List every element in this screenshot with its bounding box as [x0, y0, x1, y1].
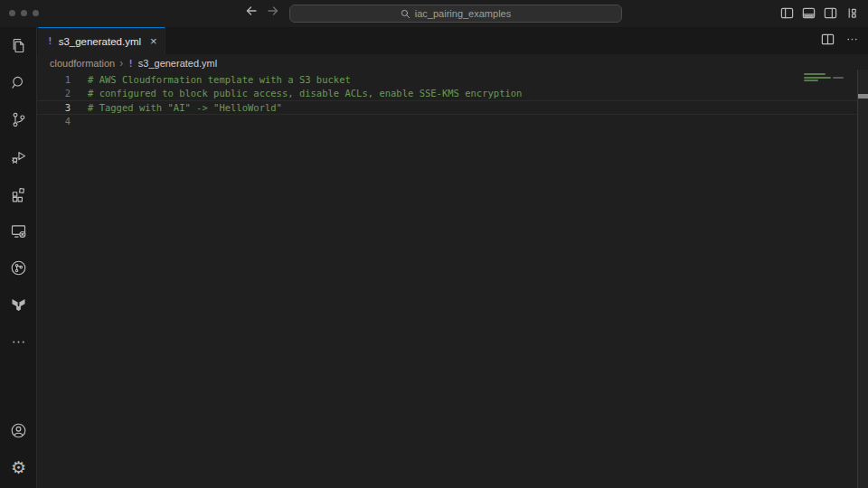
yaml-file-icon: ! — [127, 58, 134, 70]
customize-layout-button[interactable] — [845, 6, 859, 23]
maximize-window-button[interactable] — [33, 10, 39, 16]
minimize-window-button[interactable] — [21, 10, 27, 16]
ellipsis-icon — [845, 33, 859, 46]
panel-left-icon — [780, 6, 794, 20]
overview-ruler-cursor-marker — [858, 94, 868, 99]
window-controls[interactable] — [9, 10, 39, 16]
editor-group: ! s3_generated.yml × — [37, 27, 868, 488]
line-code: # Tagged with "AI" -> "HelloWorld" — [88, 102, 282, 113]
layout-customize-icon — [845, 6, 859, 20]
search-icon — [401, 9, 410, 19]
ellipsis-icon — [9, 333, 28, 352]
toggle-secondary-sidebar-button[interactable] — [824, 6, 837, 23]
forward-button[interactable] — [266, 4, 280, 18]
gear-icon: ⚙ — [11, 459, 26, 476]
sidebar-item-terraform[interactable] — [0, 286, 37, 324]
extensions-icon — [9, 184, 28, 203]
close-tab-button[interactable]: × — [150, 35, 157, 47]
sidebar-item-explorer[interactable] — [0, 27, 37, 64]
command-center-search[interactable]: iac_pairing_examples — [289, 5, 622, 23]
panel-right-icon — [824, 6, 837, 20]
activity-bar: ⚙ — [0, 27, 37, 488]
split-editor-icon — [821, 33, 835, 46]
arrow-right-icon — [266, 4, 280, 18]
split-editor-button[interactable] — [821, 33, 835, 50]
settings-button[interactable]: ⚙ — [0, 449, 37, 486]
code-editor[interactable]: 1 # AWS Cloudformation template with a S… — [37, 72, 868, 488]
line-code: # configured to block public access, dis… — [88, 88, 522, 99]
back-button[interactable] — [244, 4, 259, 18]
title-bar: iac_pairing_examples — [0, 0, 868, 27]
terraform-icon — [9, 296, 28, 314]
toggle-panel-button[interactable] — [802, 6, 816, 23]
line-number: 1 — [37, 74, 71, 85]
code-lines: 1 # AWS Cloudformation template with a S… — [37, 72, 857, 128]
line-number: 4 — [37, 116, 71, 127]
tab-label: s3_generated.yml — [59, 36, 141, 47]
toggle-primary-sidebar-button[interactable] — [780, 6, 794, 23]
accounts-button[interactable] — [0, 412, 37, 449]
git-graph-icon — [9, 258, 28, 277]
search-icon — [9, 73, 28, 92]
account-icon — [9, 421, 28, 440]
run-debug-icon — [9, 147, 28, 166]
tab-s3-generated-yml[interactable]: ! s3_generated.yml × — [38, 27, 165, 54]
code-line[interactable]: 2 # configured to block public access, d… — [37, 87, 857, 101]
code-line[interactable]: 4 — [37, 115, 857, 129]
code-line[interactable]: 1 # AWS Cloudformation template with a S… — [37, 72, 857, 87]
sidebar-item-extensions[interactable] — [0, 175, 37, 212]
sidebar-item-remote-explorer[interactable] — [0, 212, 37, 249]
yaml-file-icon: ! — [47, 35, 53, 47]
line-number: 2 — [37, 88, 71, 99]
sidebar-item-source-control[interactable] — [0, 101, 37, 138]
line-code: # AWS Cloudformation template with a S3 … — [88, 74, 351, 85]
close-window-button[interactable] — [9, 10, 15, 16]
editor-more-actions-button[interactable] — [845, 33, 859, 50]
remote-explorer-icon — [9, 221, 28, 240]
git-branch-icon — [9, 110, 28, 129]
breadcrumb-folder[interactable]: cloudformation — [50, 58, 115, 69]
sidebar-item-search[interactable] — [0, 64, 37, 101]
tab-bar: ! s3_generated.yml × — [37, 27, 868, 54]
files-icon — [9, 36, 28, 55]
line-number: 3 — [37, 102, 71, 113]
editor-scrollbar[interactable] — [857, 70, 868, 488]
search-value: iac_pairing_examples — [415, 8, 511, 19]
chevron-right-icon: › — [119, 57, 123, 70]
breadcrumb: cloudformation › ! s3_generated.yml — [37, 54, 868, 72]
additional-views-button[interactable] — [0, 324, 37, 361]
minimap[interactable] — [796, 73, 857, 254]
arrow-left-icon — [244, 4, 259, 18]
sidebar-item-git-graph[interactable] — [0, 249, 37, 286]
breadcrumb-file[interactable]: s3_generated.yml — [138, 58, 217, 69]
code-line-active[interactable]: 3 # Tagged with "AI" -> "HelloWorld" — [37, 100, 857, 115]
panel-bottom-icon — [802, 6, 816, 20]
sidebar-item-run-and-debug[interactable] — [0, 138, 37, 175]
vscode-window: iac_pairing_examples — [0, 0, 868, 488]
